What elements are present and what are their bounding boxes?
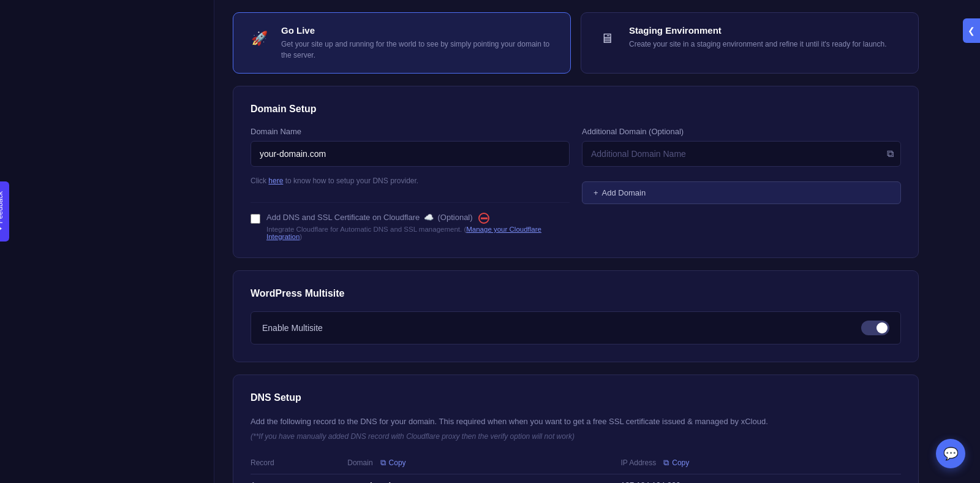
- cloudflare-main-text: Add DNS and SSL Certificate on Cloudflar…: [266, 213, 570, 224]
- wordpress-multisite-section: WordPress Multisite Enable Multisite: [233, 270, 919, 362]
- domain-name-group: Domain Name Click here to know how to se…: [251, 127, 570, 240]
- multisite-section-title: WordPress Multisite: [251, 288, 901, 299]
- domain-name-input[interactable]: [251, 141, 570, 167]
- multisite-toggle[interactable]: [861, 321, 889, 335]
- chat-icon: 💬: [943, 446, 959, 461]
- ip-address-header: IP Address ⧉ Copy: [620, 453, 901, 474]
- toggle-track: [861, 321, 889, 335]
- enable-multisite-label: Enable Multisite: [262, 323, 323, 333]
- top-cards-row: 🚀 Go Live Get your site up and running f…: [233, 0, 919, 86]
- multisite-row: Enable Multisite: [251, 311, 901, 344]
- domain-grid: Domain Name Click here to know how to se…: [251, 127, 901, 240]
- chevron-left-icon: ❮: [968, 26, 975, 36]
- additional-domain-input[interactable]: [582, 141, 901, 167]
- dns-table-row: A your-domain.com 137.184.104.209: [251, 474, 901, 483]
- additional-domain-label: Additional Domain (Optional): [582, 127, 901, 136]
- domain-setup-title: Domain Setup: [251, 104, 901, 115]
- cloudflare-row: Add DNS and SSL Certificate on Cloudflar…: [251, 202, 570, 240]
- chat-button[interactable]: 💬: [936, 439, 965, 468]
- copy-ip-button[interactable]: ⧉ Copy: [663, 458, 689, 468]
- staging-desc: Create your site in a staging environmen…: [629, 39, 887, 50]
- no-entry-icon: [478, 213, 489, 224]
- toggle-thumb: [876, 322, 888, 333]
- copy-ip-icon: ⧉: [663, 458, 669, 468]
- go-live-icon: 🚀: [246, 25, 273, 52]
- add-domain-button[interactable]: + Add Domain: [582, 181, 901, 204]
- feedback-tab[interactable]: ✦ Feedback: [0, 181, 9, 242]
- ip-value: 137.184.104.209: [620, 474, 901, 483]
- copy-domain-icon: ⧉: [380, 458, 386, 468]
- staging-title: Staging Environment: [629, 25, 887, 36]
- additional-domain-group: Additional Domain (Optional) ⧉ + Add Dom…: [582, 127, 901, 240]
- dns-hint: Click here to know how to setup your DNS…: [251, 177, 570, 185]
- feedback-label: ✦ Feedback: [0, 191, 4, 232]
- copy-domain-button[interactable]: ⧉ Copy: [380, 458, 406, 468]
- go-live-card[interactable]: 🚀 Go Live Get your site up and running f…: [233, 12, 571, 74]
- domain-name-label: Domain Name: [251, 127, 570, 136]
- cloudflare-logo-icon: ☁️: [424, 213, 434, 222]
- domain-header: Domain ⧉ Copy: [347, 453, 620, 474]
- dns-hint-link[interactable]: here: [268, 177, 283, 185]
- additional-domain-input-wrap: ⧉: [582, 141, 901, 167]
- add-domain-label: Add Domain: [602, 188, 646, 197]
- dns-note: (**If you have manually added DNS record…: [251, 432, 901, 441]
- domain-value: your-domain.com: [347, 474, 620, 483]
- dns-table-header-row: Record Domain ⧉ Copy IP Address: [251, 453, 901, 474]
- record-value: A: [251, 474, 347, 483]
- domain-setup-section: Domain Setup Domain Name Click here to k…: [233, 86, 919, 258]
- go-live-desc: Get your site up and running for the wor…: [281, 39, 558, 61]
- plus-icon: +: [594, 188, 598, 197]
- left-sidebar: [0, 0, 214, 483]
- dns-description: Add the following record to the DNS for …: [251, 416, 901, 428]
- staging-icon: 🖥: [594, 25, 620, 52]
- go-live-title: Go Live: [281, 25, 558, 36]
- cloudflare-checkbox[interactable]: [251, 214, 260, 224]
- dns-section-title: DNS Setup: [251, 392, 901, 403]
- sidebar-collapse-button[interactable]: ❮: [963, 18, 980, 43]
- record-header: Record: [251, 453, 347, 474]
- dns-table: Record Domain ⧉ Copy IP Address: [251, 453, 901, 483]
- domain-name-input-wrap: [251, 141, 570, 167]
- staging-card[interactable]: 🖥 Staging Environment Create your site i…: [581, 12, 919, 74]
- cloudflare-sub-text: Integrate Cloudflare for Automatic DNS a…: [266, 226, 570, 240]
- external-link-icon[interactable]: ⧉: [887, 148, 894, 159]
- dns-setup-section: DNS Setup Add the following record to th…: [233, 375, 919, 483]
